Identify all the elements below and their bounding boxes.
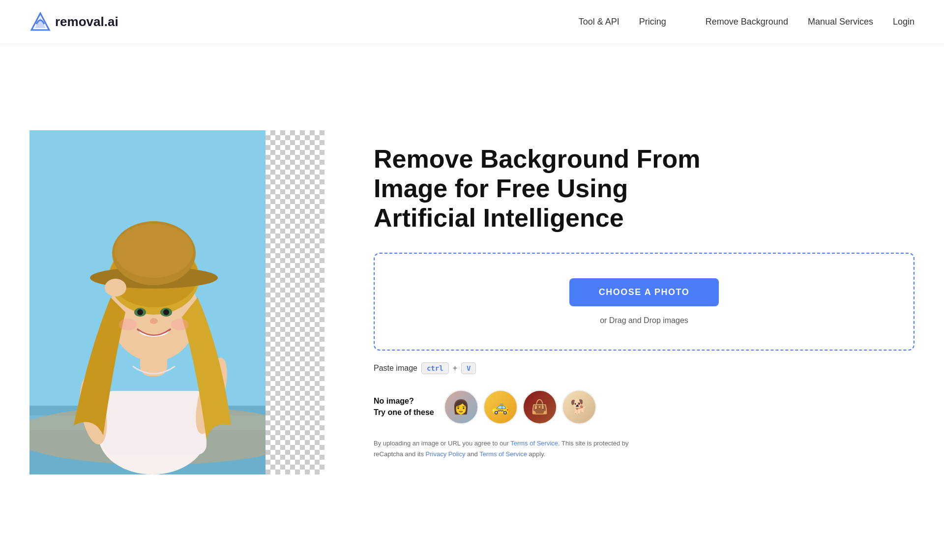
sample-images-row: No image? Try one of these 👩 🚕 👜 🐕 [374, 390, 914, 424]
nav-remove-bg[interactable]: Remove Background [706, 17, 788, 27]
main-content: Remove Background From Image for Free Us… [0, 44, 944, 560]
right-content: Remove Background From Image for Free Us… [354, 145, 914, 460]
svg-point-20 [171, 319, 189, 330]
privacy-link[interactable]: Privacy Policy [426, 450, 466, 458]
nav-tool-api[interactable]: Tool & API [579, 17, 620, 27]
svg-rect-5 [103, 391, 206, 455]
hero-title: Remove Background From Image for Free Us… [374, 145, 914, 233]
choose-photo-button[interactable]: CHOOSE A PHOTO [569, 278, 719, 306]
nav-login[interactable]: Login [893, 17, 914, 27]
plus-sign: + [453, 364, 457, 373]
sample-thumb-dog[interactable]: 🐕 [562, 390, 596, 424]
sample-dog-icon: 🐕 [563, 391, 595, 423]
hero-title-line1: Remove Background From [374, 145, 701, 173]
svg-point-17 [137, 309, 143, 315]
sample-thumb-car[interactable]: 🚕 [483, 390, 518, 424]
nav-left-links: Tool & API Pricing [579, 17, 666, 27]
nav-manual-services[interactable]: Manual Services [808, 17, 873, 27]
upload-dropzone[interactable]: CHOOSE A PHOTO or Drag and Drop images [374, 253, 914, 351]
sample-person-icon: 👩 [445, 391, 477, 423]
transparency-checker [266, 130, 324, 474]
hero-image-section [30, 130, 324, 474]
tos-text: By uploading an image or URL you agree t… [374, 438, 629, 460]
hero-title-line2: Image for Free Using [374, 174, 628, 203]
tos-link2[interactable]: Terms of Service [479, 450, 527, 458]
tos-link1[interactable]: Terms of Service [510, 440, 558, 447]
svg-point-22 [105, 279, 126, 296]
sample-thumbs: 👩 🚕 👜 🐕 [444, 390, 596, 424]
svg-point-14 [115, 224, 193, 278]
nav-pricing[interactable]: Pricing [639, 17, 666, 27]
no-image-label: No image? Try one of these [374, 396, 434, 418]
drag-drop-label: or Drag and Drop images [600, 316, 688, 325]
svg-point-18 [163, 309, 169, 315]
logo-icon [30, 11, 51, 33]
sample-thumb-person[interactable]: 👩 [444, 390, 478, 424]
hero-image-wrapper [30, 130, 324, 474]
logo-link[interactable]: removal.ai [30, 11, 118, 33]
sample-car-icon: 🚕 [484, 391, 517, 423]
svg-point-21 [150, 318, 158, 324]
ctrl-key: ctrl [421, 362, 449, 374]
paste-label: Paste image [374, 364, 417, 373]
svg-point-19 [119, 319, 137, 330]
hero-title-line3: Artificial Intelligence [374, 204, 624, 232]
nav-right-links: Remove Background Manual Services Login [706, 17, 914, 27]
logo-text: removal.ai [55, 14, 118, 29]
paste-row: Paste image ctrl + V [374, 362, 914, 374]
navbar: removal.ai Tool & API Pricing Remove Bac… [0, 0, 944, 44]
sample-bag-icon: 👜 [524, 391, 556, 423]
v-key: V [461, 362, 476, 374]
sample-thumb-bag[interactable]: 👜 [523, 390, 557, 424]
